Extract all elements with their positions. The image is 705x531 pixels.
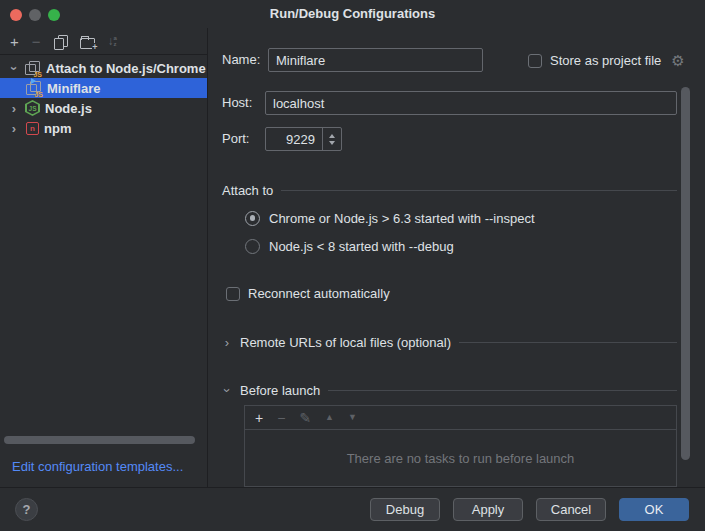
attach-option-debug[interactable]: Node.js < 8 started with --debug <box>245 238 454 254</box>
new-folder-icon[interactable]: + <box>80 35 95 48</box>
edit-task-icon[interactable]: ✎ <box>299 411 311 425</box>
reconnect-automatically-label: Reconnect automatically <box>248 286 390 301</box>
edit-configuration-templates-link[interactable]: Edit configuration templates... <box>12 459 183 474</box>
remote-urls-section-header[interactable]: › Remote URLs of local files (optional) <box>222 334 677 350</box>
tree-item-miniflare[interactable]: JS Miniflare <box>0 78 207 98</box>
apply-button[interactable]: Apply <box>453 498 523 521</box>
dialog-title: Run/Debug Configurations <box>0 0 705 28</box>
port-input[interactable] <box>266 128 322 150</box>
host-label: Host: <box>222 91 252 115</box>
copy-configuration-icon[interactable] <box>54 35 67 48</box>
form-vertical-scrollbar[interactable] <box>681 87 690 460</box>
attach-option-inspect[interactable]: Chrome or Node.js > 6.3 started with --i… <box>245 210 535 226</box>
gear-icon[interactable]: ⚙ <box>671 53 684 68</box>
chevron-down-icon[interactable]: › <box>8 61 21 75</box>
before-launch-section-header[interactable]: › Before launch <box>222 382 677 398</box>
stepper-down-icon[interactable] <box>329 141 335 145</box>
npm-icon: n <box>26 122 39 135</box>
reconnect-automatically-row: Reconnect automatically <box>226 286 390 301</box>
host-input[interactable] <box>265 91 677 115</box>
sort-configurations-icon[interactable]: ↓ az <box>108 35 117 47</box>
sidebar-toolbar: + − + ↓ az <box>0 28 207 55</box>
add-configuration-icon[interactable]: + <box>10 34 19 49</box>
remote-urls-title: Remote URLs of local files (optional) <box>240 335 451 350</box>
tree-item-attach-to-nodejs-chrome[interactable]: › JS Attach to Node.js/Chrome <box>0 58 207 78</box>
ok-button[interactable]: OK <box>619 498 689 521</box>
store-as-project-file-checkbox[interactable] <box>528 54 542 68</box>
help-button[interactable]: ? <box>15 498 38 521</box>
name-label: Name: <box>222 48 260 72</box>
before-launch-toolbar: + − ✎ ▲ ▼ <box>245 406 676 430</box>
add-task-icon[interactable]: + <box>255 411 263 425</box>
remove-configuration-icon[interactable]: − <box>32 34 41 49</box>
configuration-form: Name: Store as project file ⚙ Host: Port… <box>208 28 705 487</box>
cancel-button[interactable]: Cancel <box>536 498 606 521</box>
radio-selected-icon[interactable] <box>245 211 260 226</box>
attach-nodejs-icon: JS <box>24 60 41 76</box>
tree-item-nodejs[interactable]: › JS Node.js <box>0 98 207 118</box>
store-as-project-file-label: Store as project file <box>550 53 661 68</box>
remove-task-icon[interactable]: − <box>277 411 285 425</box>
debug-button[interactable]: Debug <box>370 498 440 521</box>
attach-to-section-header: Attach to <box>222 182 677 198</box>
help-icon: ? <box>23 502 31 517</box>
attach-to-title: Attach to <box>222 183 273 198</box>
sidebar-horizontal-scrollbar[interactable] <box>4 436 195 444</box>
chevron-right-icon[interactable]: › <box>7 102 21 115</box>
port-label: Port: <box>222 127 249 151</box>
store-as-project-file-row: Store as project file ⚙ <box>528 53 685 68</box>
chevron-right-icon[interactable]: › <box>222 336 232 349</box>
before-launch-empty-text: There are no tasks to run before launch <box>245 430 676 486</box>
before-launch-panel: + − ✎ ▲ ▼ There are no tasks to run befo… <box>244 405 677 487</box>
port-field <box>265 127 342 151</box>
titlebar: Run/Debug Configurations <box>0 0 705 28</box>
stepper-up-icon[interactable] <box>329 134 335 138</box>
run-debug-configurations-dialog: Run/Debug Configurations + − + ↓ az › JS… <box>0 0 705 531</box>
configurations-tree: › JS Attach to Node.js/Chrome JS Minifla… <box>0 58 207 138</box>
configurations-sidebar: + − + ↓ az › JS Attach to Node.js/Chrome… <box>0 28 208 487</box>
move-up-icon[interactable]: ▲ <box>325 413 334 422</box>
footer-buttons: Debug Apply Cancel OK <box>370 498 689 521</box>
port-stepper[interactable] <box>322 128 341 150</box>
before-launch-title: Before launch <box>240 383 320 398</box>
name-input[interactable] <box>268 48 483 72</box>
radio-unselected-icon[interactable] <box>245 239 260 254</box>
tree-item-npm[interactable]: › n npm <box>0 118 207 138</box>
move-down-icon[interactable]: ▼ <box>348 413 357 422</box>
dialog-footer: ? Debug Apply Cancel OK <box>0 487 705 531</box>
nodejs-icon: JS <box>25 100 40 116</box>
chevron-right-icon[interactable]: › <box>7 122 21 135</box>
chevron-down-icon[interactable]: › <box>221 385 234 395</box>
reconnect-automatically-checkbox[interactable] <box>226 287 240 301</box>
attach-nodejs-run-icon: JS <box>25 80 42 96</box>
